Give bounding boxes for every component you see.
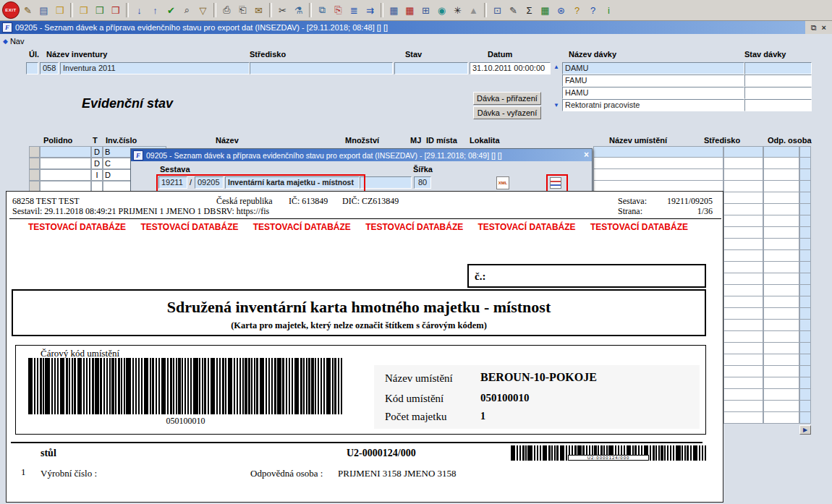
mail-icon[interactable]: ✉ (251, 3, 266, 18)
grid-row-strip[interactable] (799, 262, 811, 273)
grid-cell[interactable] (723, 262, 763, 273)
restore-icon[interactable]: ⧉ (811, 23, 817, 33)
grid-cell[interactable] (763, 389, 799, 401)
grid-row-strip[interactable] (799, 273, 811, 285)
davka-name-row[interactable]: Rektoratni pracoviste (562, 99, 744, 111)
davka-name-row[interactable]: FAMU (562, 74, 744, 87)
row-selector[interactable] (29, 169, 40, 181)
davka-stav-row[interactable] (744, 74, 812, 87)
scroll-right-button[interactable]: ▶ (799, 425, 811, 435)
grid-row-strip[interactable] (799, 366, 811, 377)
grid-cell[interactable]: D (91, 146, 103, 158)
grid-cell[interactable] (763, 239, 799, 250)
search-icon[interactable]: ⌕ (179, 3, 195, 18)
grid-row-strip[interactable] (799, 401, 811, 412)
grid-row-strip[interactable] (799, 308, 811, 320)
grid-cell[interactable] (593, 169, 723, 181)
grid-row-strip[interactable] (799, 377, 811, 389)
grid-row-strip[interactable] (799, 320, 811, 331)
report-icon[interactable]: ▤ (36, 3, 51, 18)
davka-name-row[interactable]: DAMU (562, 62, 744, 74)
nazev-inventury-field[interactable]: Inventura 2011 (60, 62, 250, 74)
grid-cell[interactable] (723, 366, 763, 377)
asterisk-icon[interactable]: ✳ (450, 3, 465, 18)
grid-cell[interactable] (723, 343, 763, 354)
context-help-icon[interactable]: ? (585, 3, 600, 18)
grid-cell[interactable] (763, 181, 799, 192)
sum-icon[interactable]: Σ (522, 3, 537, 18)
sample-icon[interactable]: ⚗ (291, 3, 306, 18)
info-icon[interactable]: i (601, 3, 616, 18)
davka-stav-row[interactable] (744, 87, 812, 99)
grid-row-strip[interactable] (799, 215, 811, 227)
grid-cell[interactable] (763, 146, 799, 158)
grid-cell[interactable] (763, 296, 799, 308)
grid-cell[interactable] (723, 296, 763, 308)
grid-cell[interactable] (723, 239, 763, 250)
dialog-titlebar[interactable]: F 09205 - Seznam dávek a příprava eviden… (131, 149, 592, 161)
window-grid-icon[interactable]: ⊞ (418, 3, 433, 18)
folder-save-icon[interactable]: ❒ (92, 3, 107, 18)
report-name-field[interactable]: Inventární karta majetku - místnost (225, 176, 360, 189)
davka-vyrazeni-button[interactable]: Dávka - vyřazení (473, 106, 541, 119)
list-export-icon[interactable]: ⇉ (362, 3, 378, 18)
grid-cell[interactable] (593, 146, 723, 158)
open-folder-icon[interactable]: ❒ (52, 3, 67, 18)
grid-cell[interactable] (723, 285, 763, 296)
grid-cell[interactable] (723, 389, 763, 401)
grid-cell[interactable] (723, 377, 763, 389)
grid-cell[interactable] (763, 401, 799, 412)
excel-icon[interactable]: ▦ (538, 3, 553, 18)
grid-cell[interactable] (763, 273, 799, 285)
grid-row-strip[interactable] (799, 412, 811, 424)
grid-cell[interactable] (763, 192, 799, 204)
report-id-field[interactable]: 19211 (158, 176, 187, 189)
dialog-close-icon[interactable]: × (584, 150, 589, 160)
help-icon[interactable]: ? (569, 3, 585, 18)
grid-cell[interactable] (763, 354, 799, 366)
edit-record-icon[interactable]: ✎ (20, 3, 35, 18)
datum-field[interactable]: 31.10.2011 00:00:00 (470, 62, 551, 74)
grid-cell[interactable] (723, 227, 763, 239)
grid-cell[interactable] (40, 158, 91, 169)
grid-row-strip[interactable] (799, 169, 811, 181)
grid-cell[interactable] (723, 401, 763, 412)
grid-row-strip[interactable] (799, 204, 811, 215)
scroll-up-icon[interactable]: ▲ (553, 64, 559, 70)
grid-cell[interactable] (763, 262, 799, 273)
grid-row-strip[interactable] (799, 181, 811, 192)
grid-cell[interactable] (723, 412, 763, 424)
grid-cell[interactable] (40, 146, 91, 158)
grid-cell[interactable] (763, 377, 799, 389)
grid-row-strip[interactable] (799, 250, 811, 262)
grid-cell[interactable] (40, 169, 91, 181)
grid-cell[interactable] (763, 320, 799, 331)
grid-cell[interactable] (763, 331, 799, 343)
sort-descending-icon[interactable]: ↑ (148, 3, 163, 18)
grid-cell[interactable] (763, 169, 799, 181)
grid-cell[interactable] (723, 192, 763, 204)
grid-cell[interactable] (763, 412, 799, 424)
accept-icon[interactable]: ✔ (164, 3, 179, 18)
prism-icon[interactable]: ▲ (466, 3, 481, 18)
folder-delete-icon[interactable]: ❒ (108, 3, 123, 18)
report-id2-field[interactable]: 09205 (195, 176, 224, 189)
grid-cell[interactable] (723, 158, 763, 169)
grid-row-strip[interactable] (799, 354, 811, 366)
grid-row-strip[interactable] (799, 296, 811, 308)
copy-icon[interactable]: ⧉ (315, 3, 330, 18)
row-selector[interactable] (29, 158, 40, 169)
grid-cell[interactable] (723, 215, 763, 227)
grid-cell[interactable] (763, 227, 799, 239)
table-edit-icon[interactable]: ▦ (386, 3, 402, 18)
grid-cell[interactable] (763, 308, 799, 320)
davka-name-row[interactable]: HAMU (562, 87, 744, 99)
xml-export-icon[interactable]: XML (496, 176, 509, 189)
table-delete-icon[interactable]: ▦ (402, 3, 417, 18)
grid-cell[interactable]: I (91, 169, 103, 181)
grid-cell[interactable] (723, 204, 763, 215)
grid-cell[interactable] (723, 320, 763, 331)
grid-cell[interactable] (763, 215, 799, 227)
davka-stav-row[interactable] (744, 62, 812, 74)
grid-cell[interactable] (723, 273, 763, 285)
